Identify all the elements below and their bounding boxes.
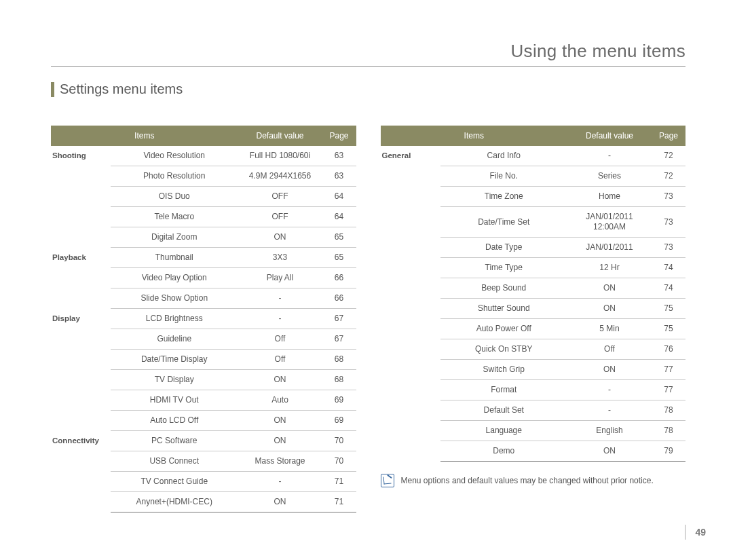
default-cell: Off bbox=[238, 350, 322, 370]
page-cell: 73 bbox=[652, 207, 685, 238]
category-cell: Shooting bbox=[51, 146, 111, 248]
item-cell: Date Type bbox=[440, 238, 568, 258]
default-cell: ON bbox=[238, 431, 322, 451]
default-cell: Series bbox=[567, 166, 652, 187]
item-cell: Format bbox=[440, 380, 568, 400]
item-cell: Beep Sound bbox=[440, 278, 568, 299]
th-default: Default value bbox=[567, 126, 652, 146]
note-text: Menu options and default values may be c… bbox=[401, 476, 654, 485]
page-cell: 78 bbox=[652, 400, 685, 421]
table-row: DisplayLCD Brightness-67 bbox=[51, 309, 356, 329]
page-cell: 71 bbox=[322, 472, 356, 492]
default-cell: OFF bbox=[238, 187, 322, 207]
page-cell: 78 bbox=[652, 421, 685, 441]
page-cell: 67 bbox=[322, 329, 356, 350]
default-cell: Full HD 1080/60i bbox=[238, 146, 322, 166]
settings-table-right: Items Default value Page GeneralCard Inf… bbox=[381, 126, 686, 462]
settings-table-left: Items Default value Page ShootingVideo R… bbox=[51, 126, 356, 512]
item-cell: Video Play Option bbox=[111, 268, 238, 288]
item-cell: Photo Resolution bbox=[111, 166, 238, 187]
page-cell: 77 bbox=[652, 380, 685, 400]
item-cell: TV Display bbox=[111, 370, 238, 390]
title-rule bbox=[51, 66, 685, 67]
page-cell: 69 bbox=[322, 411, 356, 431]
item-cell: Default Set bbox=[440, 400, 568, 421]
default-cell: - bbox=[238, 288, 322, 309]
category-cell: General bbox=[381, 146, 440, 462]
default-cell: Mass Storage bbox=[238, 451, 322, 472]
item-cell: Card Info bbox=[440, 146, 568, 166]
page-cell: 71 bbox=[322, 492, 356, 512]
item-cell: USB Connect bbox=[111, 451, 238, 472]
default-cell: ON bbox=[567, 299, 652, 319]
category-cell: Connectivity bbox=[51, 431, 111, 512]
table-row: ConnectivityPC SoftwareON70 bbox=[51, 431, 356, 451]
page-cell: 69 bbox=[322, 390, 356, 411]
item-cell: Time Type bbox=[440, 258, 568, 278]
page-cell: 68 bbox=[322, 350, 356, 370]
item-cell: Shutter Sound bbox=[440, 299, 568, 319]
default-cell: Home bbox=[567, 187, 652, 207]
th-page: Page bbox=[322, 126, 356, 146]
section-title: Settings menu items bbox=[60, 81, 183, 97]
page-number: 49 bbox=[685, 525, 706, 540]
default-cell: ON bbox=[567, 441, 652, 462]
page-cell: 76 bbox=[652, 339, 685, 360]
page-cell: 65 bbox=[322, 248, 356, 268]
note-icon bbox=[381, 474, 394, 487]
th-items: Items bbox=[381, 126, 568, 146]
page-cell: 68 bbox=[322, 370, 356, 390]
th-items: Items bbox=[51, 126, 238, 146]
page-cell: 64 bbox=[322, 207, 356, 227]
item-cell: Auto LCD Off bbox=[111, 411, 238, 431]
page-cell: 74 bbox=[652, 258, 685, 278]
default-cell: 4.9M 2944X1656 bbox=[238, 166, 322, 187]
page-cell: 74 bbox=[652, 278, 685, 299]
page-cell: 72 bbox=[652, 146, 685, 166]
page-cell: 70 bbox=[322, 431, 356, 451]
item-cell: HDMI TV Out bbox=[111, 390, 238, 411]
default-cell: OFF bbox=[238, 207, 322, 227]
page-cell: 79 bbox=[652, 441, 685, 462]
section-bar-icon bbox=[51, 82, 54, 97]
default-cell: JAN/01/201112:00AM bbox=[567, 207, 652, 238]
default-cell: English bbox=[567, 421, 652, 441]
page-cell: 66 bbox=[322, 268, 356, 288]
item-cell: Date/Time Set bbox=[440, 207, 568, 238]
default-cell: - bbox=[567, 400, 652, 421]
page-cell: 64 bbox=[322, 187, 356, 207]
default-cell: Play All bbox=[238, 268, 322, 288]
item-cell: Thumbnail bbox=[111, 248, 238, 268]
page-cell: 67 bbox=[322, 309, 356, 329]
note-row: Menu options and default values may be c… bbox=[381, 474, 686, 487]
item-cell: Tele Macro bbox=[111, 207, 238, 227]
category-cell: Display bbox=[51, 309, 111, 431]
item-cell: PC Software bbox=[111, 431, 238, 451]
default-cell: ON bbox=[567, 360, 652, 380]
default-cell: JAN/01/2011 bbox=[567, 238, 652, 258]
item-cell: Time Zone bbox=[440, 187, 568, 207]
default-cell: - bbox=[567, 380, 652, 400]
page-cell: 75 bbox=[652, 319, 685, 339]
default-cell: ON bbox=[238, 492, 322, 512]
default-cell: 3X3 bbox=[238, 248, 322, 268]
page-cell: 63 bbox=[322, 166, 356, 187]
default-cell: - bbox=[238, 309, 322, 329]
section-heading: Settings menu items bbox=[51, 81, 685, 97]
right-column: Items Default value Page GeneralCard Inf… bbox=[381, 126, 686, 512]
default-cell: Off bbox=[567, 339, 652, 360]
item-cell: Demo bbox=[440, 441, 568, 462]
item-cell: Language bbox=[440, 421, 568, 441]
th-page: Page bbox=[652, 126, 685, 146]
item-cell: Quick On STBY bbox=[440, 339, 568, 360]
item-cell: Switch Grip bbox=[440, 360, 568, 380]
default-cell: ON bbox=[238, 227, 322, 248]
left-column: Items Default value Page ShootingVideo R… bbox=[51, 126, 356, 512]
item-cell: File No. bbox=[440, 166, 568, 187]
item-cell: OIS Duo bbox=[111, 187, 238, 207]
item-cell: TV Connect Guide bbox=[111, 472, 238, 492]
page-title: Using the menu items bbox=[51, 41, 685, 62]
table-row: PlaybackThumbnail3X365 bbox=[51, 248, 356, 268]
page-cell: 73 bbox=[652, 238, 685, 258]
page-cell: 65 bbox=[322, 227, 356, 248]
